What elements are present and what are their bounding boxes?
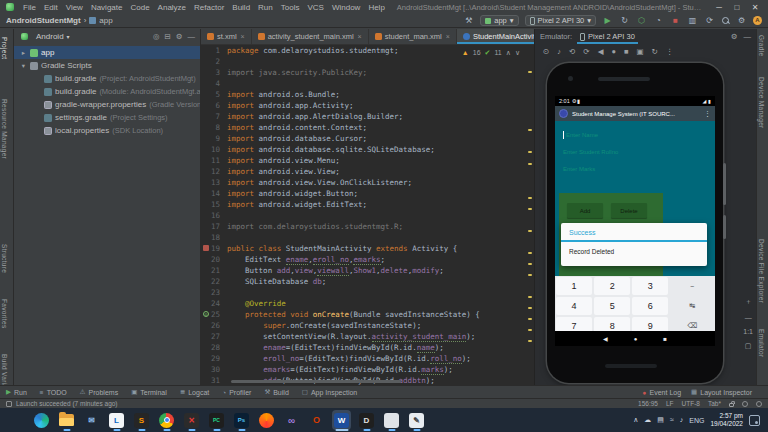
- menu-navigate[interactable]: Navigate: [87, 3, 127, 12]
- volume-icon[interactable]: ♪: [680, 416, 684, 424]
- mail-icon[interactable]: ✉: [79, 408, 104, 432]
- word-icon[interactable]: W: [329, 408, 354, 432]
- tool-window-layout-inspector[interactable]: ▦Layout Inspector: [691, 388, 752, 396]
- emulator-device-tab[interactable]: Pixel 2 API 30: [577, 29, 638, 44]
- key-2[interactable]: 2: [594, 277, 630, 295]
- expand-arrow-icon[interactable]: ▾: [20, 62, 27, 70]
- device-manager-icon[interactable]: ▥: [687, 16, 698, 25]
- menu-run[interactable]: Run: [254, 3, 277, 12]
- close-tab-icon[interactable]: ×: [358, 33, 362, 40]
- volume-icon[interactable]: ♪: [557, 47, 561, 56]
- tool-window-button-device-file-explorer[interactable]: Device File Explorer: [758, 239, 765, 303]
- key-fn[interactable]: −: [670, 277, 714, 295]
- tool-window-problems[interactable]: ⚠Problems: [80, 388, 118, 396]
- tree-item-gradle-wrapper-properties[interactable]: gradle-wrapper.properties (Gradle Versio…: [14, 98, 200, 111]
- emulator-hide-icon[interactable]: —: [744, 32, 752, 41]
- zoom-out-icon[interactable]: —: [745, 314, 752, 321]
- tool-window-todo[interactable]: ≡TODO: [40, 388, 67, 396]
- menu-tools[interactable]: Tools: [277, 3, 304, 12]
- lock-icon[interactable]: [729, 403, 734, 407]
- overview-icon[interactable]: ■: [624, 47, 629, 56]
- tool-window-build[interactable]: ⚒Build: [264, 388, 288, 396]
- overview-icon[interactable]: ■: [663, 336, 667, 342]
- tool-window-button-project[interactable]: Project: [1, 37, 8, 59]
- close-tab-icon[interactable]: ×: [241, 33, 245, 40]
- zoom-in-icon[interactable]: ＋: [745, 297, 752, 307]
- tool-window-button-device-manager[interactable]: Device Manager: [758, 77, 765, 129]
- back-icon[interactable]: ◀: [598, 47, 604, 56]
- tool-window-app-inspection[interactable]: ▢App Inspection: [302, 388, 357, 396]
- snapshot-icon[interactable]: ↻: [652, 47, 658, 56]
- edittext-enter-student-rollno[interactable]: Enter Student Rollno: [563, 145, 707, 158]
- profiler-button[interactable]: ◔: [653, 16, 664, 25]
- apply-changes-icon[interactable]: ↻: [619, 16, 630, 25]
- more-icon[interactable]: ⋮: [666, 47, 674, 56]
- build-hammer-icon[interactable]: ⚒: [463, 16, 474, 25]
- key-fn[interactable]: ↹: [670, 297, 714, 315]
- menu-window[interactable]: Window: [328, 3, 364, 12]
- avatar[interactable]: A: [753, 16, 762, 25]
- maximize-button[interactable]: □: [728, 3, 746, 12]
- breadcrumb[interactable]: AndroidStudentMgt › app: [6, 16, 113, 25]
- key-5[interactable]: 5: [594, 297, 630, 315]
- network-icon[interactable]: ≈: [670, 416, 674, 424]
- rotate-left-icon[interactable]: ⟲: [569, 47, 575, 56]
- menu-analyze[interactable]: Analyze: [154, 3, 190, 12]
- visual-studio-icon[interactable]: ∞: [279, 408, 304, 432]
- menu-vcs[interactable]: VCS: [303, 3, 327, 12]
- device-select[interactable]: Pixel 2 API 30 ▾: [525, 15, 596, 26]
- tool-window-run[interactable]: ▶Run: [6, 388, 27, 396]
- tree-item-local-properties[interactable]: local.properties (SDK Location): [14, 124, 200, 137]
- chrome-icon[interactable]: [154, 408, 179, 432]
- settings-gear-icon[interactable]: ⚙: [736, 16, 747, 25]
- menu-view[interactable]: View: [62, 3, 87, 12]
- line-separator[interactable]: LF: [666, 400, 674, 407]
- sublime-icon[interactable]: S: [129, 408, 154, 432]
- project-locate-icon[interactable]: ◎: [153, 32, 160, 41]
- menu-file[interactable]: File: [19, 3, 40, 12]
- next-issue-icon[interactable]: ∨: [515, 47, 520, 58]
- edittext-enter-name[interactable]: Enter Name: [563, 128, 707, 141]
- file-explorer-icon[interactable]: [54, 408, 79, 432]
- clock[interactable]: 2:57 pm 19/04/2022: [710, 412, 743, 428]
- file-encoding[interactable]: UTF-8: [682, 400, 700, 407]
- tree-item-gradle-scripts[interactable]: ▾Gradle Scripts: [14, 59, 200, 72]
- language-indicator[interactable]: ENG: [689, 417, 704, 424]
- debug-button[interactable]: ⬡: [636, 16, 647, 25]
- app-d-icon[interactable]: D: [354, 408, 379, 432]
- menu-code[interactable]: Code: [126, 3, 153, 12]
- menu-build[interactable]: Build: [228, 3, 254, 12]
- menu-edit[interactable]: Edit: [40, 3, 62, 12]
- menu-help[interactable]: Help: [364, 3, 388, 12]
- expand-arrow-icon[interactable]: ▸: [20, 49, 27, 57]
- tool-window-button-structure[interactable]: Structure: [1, 244, 8, 273]
- tool-window-button-favorites[interactable]: Favorites: [1, 299, 8, 328]
- close-tab-icon[interactable]: ×: [446, 33, 450, 40]
- menu-refactor[interactable]: Refactor: [190, 3, 228, 12]
- tool-window-button-emulator[interactable]: Emulator: [758, 329, 765, 357]
- project-collapse-all-icon[interactable]: ⊟: [164, 32, 170, 41]
- class-marker-icon[interactable]: [203, 245, 209, 251]
- office-icon[interactable]: O: [304, 408, 329, 432]
- photoshop-icon[interactable]: Ps: [229, 408, 254, 432]
- stop-button[interactable]: ■: [670, 16, 681, 25]
- tool-window-terminal[interactable]: ▣Terminal: [131, 388, 167, 396]
- project-view-select[interactable]: Android: [36, 32, 64, 41]
- project-settings-icon[interactable]: ⚙: [176, 32, 183, 41]
- tree-item-build-gradle[interactable]: build.gradle (Project: AndroidStudentMgt…: [14, 72, 200, 85]
- home-icon[interactable]: ●: [611, 47, 616, 56]
- emulator-settings-icon[interactable]: ⚙: [731, 32, 738, 41]
- start-button[interactable]: [4, 408, 29, 432]
- overflow-menu-icon[interactable]: ⋮: [704, 110, 711, 118]
- tool-window-profiler[interactable]: ◔Profiler: [222, 388, 251, 396]
- tree-item-settings-gradle[interactable]: settings.gradle (Project Settings): [14, 111, 200, 124]
- app-light-icon[interactable]: [379, 408, 404, 432]
- tool-window-switcher-icon[interactable]: [6, 401, 12, 407]
- editor-tab-studentmainactivity-java[interactable]: StudentMainActivity.java: [457, 29, 534, 44]
- tool-window-event-log[interactable]: ●Event Log: [643, 388, 681, 396]
- prev-issue-icon[interactable]: ∧: [506, 47, 511, 58]
- back-icon[interactable]: ◀: [603, 335, 608, 342]
- pycharm-icon[interactable]: PC: [204, 408, 229, 432]
- caret-position[interactable]: 156:95: [638, 400, 658, 407]
- firefox-icon[interactable]: [254, 408, 279, 432]
